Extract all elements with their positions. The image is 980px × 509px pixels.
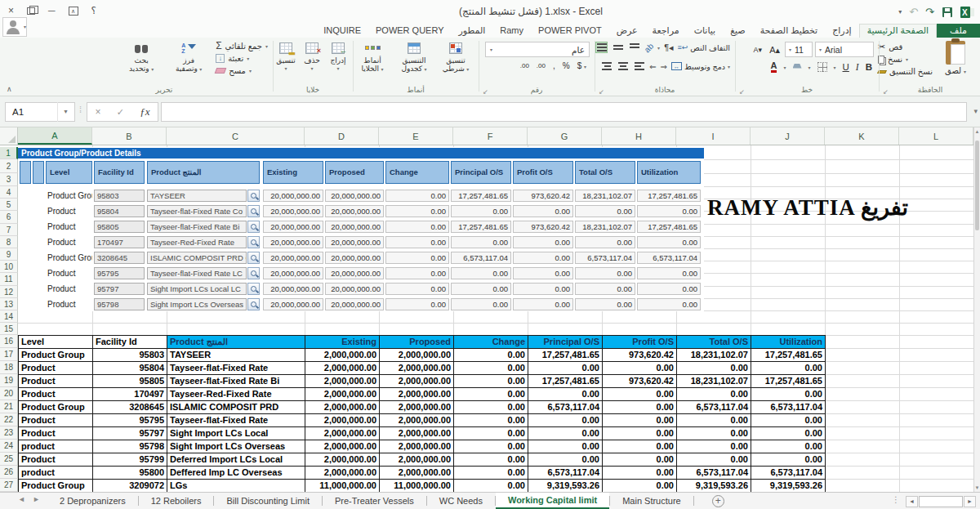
- table-cell[interactable]: Product Group: [19, 401, 93, 414]
- table-cell[interactable]: 0.00: [454, 362, 528, 375]
- bold-button[interactable]: B: [866, 62, 872, 72]
- ribbon-tab-file[interactable]: ملف: [937, 24, 980, 38]
- table-cell[interactable]: Product: [19, 362, 93, 375]
- existing-field[interactable]: 20,000,000.00: [263, 298, 323, 310]
- sheet-tab-2-depropanizers[interactable]: 2 Depropanizers: [47, 493, 138, 509]
- table-cell[interactable]: 0.00: [603, 480, 677, 492]
- format-painter-button[interactable]: نسخ التنسيق: [878, 67, 933, 76]
- table-cell[interactable]: 9,319,593.26: [677, 480, 751, 492]
- table-cell[interactable]: 2,000,000.00: [380, 349, 454, 362]
- facility-id-field[interactable]: 95803: [94, 190, 145, 202]
- minimize-icon[interactable]: ─: [48, 5, 56, 16]
- row-header-19[interactable]: 19: [0, 374, 18, 387]
- utilization-field[interactable]: 0.00: [637, 267, 701, 279]
- change-field[interactable]: 0.00: [385, 190, 449, 202]
- principal-os-field[interactable]: 17,257,481.65: [451, 221, 511, 233]
- change-field[interactable]: 0.00: [385, 283, 449, 295]
- utilization-field[interactable]: 17,257,481.65: [637, 221, 701, 233]
- ribbon-tab-page-layout[interactable]: تخطيط الصفحة: [753, 24, 826, 38]
- row-header-23[interactable]: 23: [0, 426, 18, 440]
- row-header-9[interactable]: 9: [0, 248, 18, 261]
- product-field[interactable]: Sight Import LCs Local LC: [147, 283, 247, 295]
- align-right-icon[interactable]: [600, 60, 612, 72]
- product-field[interactable]: Tayseer-flat-Fixed Rate Co: [147, 205, 247, 217]
- insert-cells-button[interactable]: ← إدراج▾: [327, 40, 350, 73]
- previous-sheet-icon[interactable]: ◄: [18, 495, 25, 503]
- ribbon-tab-formulas[interactable]: صيغ: [723, 24, 753, 38]
- close-icon[interactable]: ×: [8, 5, 14, 16]
- table-cell[interactable]: 0.00: [677, 427, 751, 440]
- product-search-button[interactable]: [247, 267, 260, 279]
- total-os-field[interactable]: 18,231,102.07: [575, 221, 635, 233]
- merge-center-button[interactable]: ↔دمج وتوسيط▾: [671, 62, 730, 71]
- row-header-22[interactable]: 22: [0, 413, 18, 426]
- table-cell[interactable]: Tayseer-flat-Fixed Rate: [167, 414, 305, 427]
- facility-id-field[interactable]: 95805: [94, 221, 145, 233]
- table-header-1[interactable]: Facility Id: [93, 336, 167, 349]
- table-header-6[interactable]: Principal O/S: [528, 336, 603, 349]
- product-field[interactable]: ISLAMIC COMPOSIT PRD G: [147, 252, 247, 264]
- ribbon-tab-data[interactable]: بيانات: [687, 24, 724, 38]
- proposed-field[interactable]: 20,000,000.00: [325, 205, 384, 217]
- table-cell[interactable]: 2,000,000.00: [380, 375, 454, 388]
- scroll-left-icon[interactable]: ◄: [906, 496, 918, 507]
- table-cell[interactable]: Deffered Imp LC Overseas: [167, 467, 305, 480]
- comma-style-icon[interactable]: ,: [553, 61, 555, 70]
- vertical-scroll-thumb[interactable]: [975, 141, 979, 230]
- user-avatar[interactable]: ▾: [2, 17, 27, 37]
- clear-button[interactable]: مسح ▾: [216, 66, 252, 75]
- table-cell[interactable]: 170497: [93, 388, 167, 401]
- row-header-11[interactable]: 11: [0, 273, 18, 286]
- table-cell[interactable]: Tayseer-flat-Fixed Rate: [167, 362, 305, 375]
- table-cell[interactable]: 3208645: [93, 401, 167, 414]
- table-cell[interactable]: 0.00: [603, 467, 677, 480]
- scroll-down-icon[interactable]: ▼: [974, 485, 980, 490]
- table-cell[interactable]: 0.00: [677, 440, 751, 453]
- profit-os-field[interactable]: 0.00: [513, 283, 573, 295]
- increase-decimal-icon[interactable]: .00: [520, 62, 529, 69]
- table-cell[interactable]: 2,000,000.00: [305, 453, 380, 467]
- table-cell[interactable]: Sight Import LCs Overseas: [167, 440, 305, 453]
- format-as-table-button[interactable]: التنسيقكجدول ▾: [394, 40, 434, 74]
- row-header-10[interactable]: 10: [0, 261, 18, 273]
- table-cell[interactable]: 0.00: [751, 453, 826, 467]
- total-os-field[interactable]: 18,231,102.07: [575, 190, 635, 202]
- existing-field[interactable]: 20,000,000.00: [263, 205, 323, 217]
- row-header-3[interactable]: 3: [0, 173, 18, 186]
- facility-id-field[interactable]: 95798: [94, 298, 145, 310]
- total-os-field[interactable]: 0.00: [575, 236, 635, 248]
- column-header-I[interactable]: I: [676, 127, 751, 145]
- product-search-button[interactable]: [247, 283, 260, 295]
- restore-icon[interactable]: [27, 7, 35, 15]
- table-cell[interactable]: Product: [19, 375, 93, 388]
- sheet-grid[interactable]: Product Group/Product DetailsLevelFacili…: [0, 145, 973, 492]
- utilization-field[interactable]: 0.00: [637, 205, 701, 217]
- profit-os-field[interactable]: 0.00: [513, 236, 573, 248]
- table-cell[interactable]: Deferred Import LCs Local: [167, 453, 305, 467]
- column-header-H[interactable]: H: [602, 127, 676, 145]
- horizontal-scroll-thumb[interactable]: [919, 496, 963, 507]
- product-search-button[interactable]: [247, 205, 260, 217]
- delete-cells-button[interactable]: × حذف▾: [301, 40, 323, 73]
- proposed-field[interactable]: 20,000,000.00: [325, 236, 384, 248]
- row-header-2[interactable]: 2: [0, 159, 18, 173]
- row-header-15[interactable]: 15: [0, 323, 18, 335]
- sheet-tab-working-capital-limit[interactable]: Working Capital limit: [496, 493, 609, 509]
- existing-field[interactable]: 20,000,000.00: [263, 283, 323, 295]
- table-cell[interactable]: 2,000,000.00: [380, 362, 454, 375]
- align-top-icon[interactable]: [628, 42, 640, 53]
- column-header-G[interactable]: G: [528, 127, 602, 145]
- table-cell[interactable]: 0.00: [454, 401, 528, 414]
- existing-field[interactable]: 20,000,000.00: [263, 190, 323, 202]
- number-format-select[interactable]: ▾عام: [485, 42, 590, 57]
- principal-os-field[interactable]: 17,257,481.65: [451, 190, 511, 202]
- table-header-3[interactable]: Existing: [305, 336, 380, 349]
- table-cell[interactable]: 17,257,481.65: [751, 349, 826, 362]
- sheet-tab-12-reboilers[interactable]: 12 Reboilers: [139, 493, 214, 509]
- table-cell[interactable]: 95797: [93, 427, 167, 440]
- row-header-14[interactable]: 14: [0, 310, 18, 323]
- product-field[interactable]: Tayseer-Red-Fixed Rate: [147, 236, 247, 248]
- table-cell[interactable]: 2,000,000.00: [380, 414, 454, 427]
- cell-styles-button[interactable]: أنماطالخلايا ▾: [353, 40, 392, 74]
- ribbon-tab-inquire[interactable]: INQUIRE: [316, 24, 368, 38]
